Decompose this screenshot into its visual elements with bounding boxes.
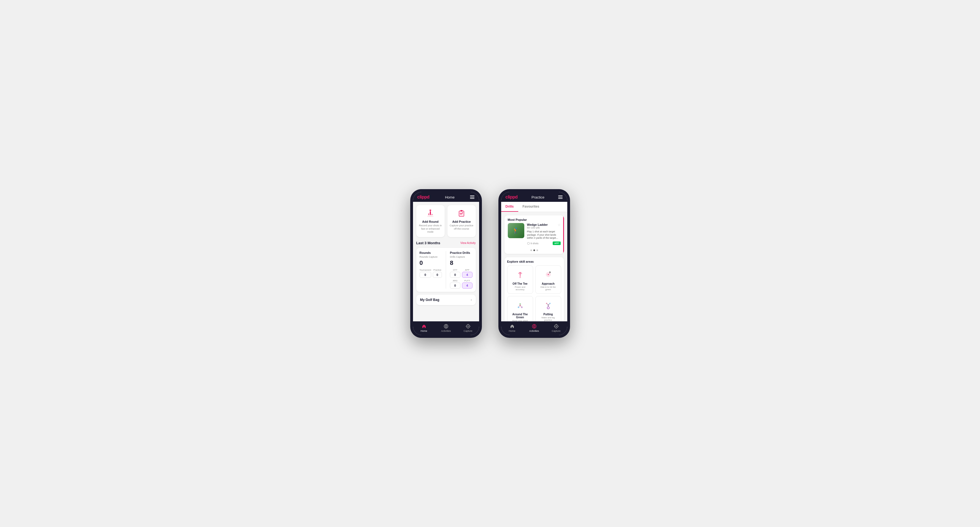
svg-rect-1 (430, 211, 431, 215)
svg-point-11 (468, 326, 469, 327)
app-stat: APP 4 (462, 269, 473, 278)
add-practice-desc: Capture your practice off-the-course (450, 224, 474, 230)
app-badge: APP (553, 241, 560, 245)
home-icon-2 (510, 324, 515, 329)
arg-stat: ARG 0 (450, 279, 460, 289)
add-round-desc: Record your shots in fast or enhanced mo… (418, 224, 442, 234)
capture-icon-2 (554, 324, 559, 329)
drill-footer: 9 shots APP (527, 241, 561, 245)
svg-rect-5 (460, 210, 463, 211)
nav-home-label-1: Home (420, 330, 427, 332)
phone2-content: Most Popular 🏌️ Wedge Ladder 50–100 yds … (501, 212, 567, 321)
arg-label: ARG (450, 279, 460, 282)
skill-card-off-the-tee[interactable]: Off The Tee Power and accuracy (507, 265, 533, 294)
rounds-col: Rounds Rounds Capture 0 Tournament 0 Pra… (420, 251, 442, 289)
nav-capture-label-1: Capture (463, 330, 472, 332)
tournament-value: 0 (420, 272, 431, 278)
skill-areas-section: Explore skill areas (504, 257, 564, 321)
practice-value: 0 (433, 272, 442, 278)
add-round-title: Add Round (418, 220, 442, 223)
phone-2: clippd Practice Drills Favourites Most P… (498, 189, 570, 338)
around-green-desc: Hone your short game (510, 319, 530, 321)
rounds-capture-label: Rounds Capture (420, 256, 442, 258)
app-value: 4 (462, 272, 473, 278)
putt-stat: PUTT 4 (462, 279, 473, 289)
skill-card-approach[interactable]: Approach Dial-in to hit the green (535, 265, 561, 294)
chevron-right-icon: › (471, 298, 472, 302)
drill-title: Wedge Ladder (527, 223, 548, 226)
rounds-title: Rounds (420, 251, 442, 254)
golf-bag-row[interactable]: My Golf Bag › (416, 295, 476, 305)
approach-name: Approach (538, 282, 558, 285)
drills-title: Practice Drills (450, 251, 473, 254)
most-popular-section: Most Popular 🏌️ Wedge Ladder 50–100 yds … (504, 215, 564, 254)
svg-rect-2 (428, 213, 429, 215)
nav-activities-1[interactable]: Activities (435, 324, 457, 332)
nav-activities-2[interactable]: Activities (523, 324, 545, 332)
nav-home-label-2: Home (509, 330, 515, 332)
phone-2-inner: clippd Practice Drills Favourites Most P… (501, 192, 567, 335)
practice-label: Practice (433, 269, 442, 271)
phone1-logo: clippd (417, 195, 430, 200)
phone2-hamburger[interactable] (558, 195, 563, 199)
skill-grid: Off The Tee Power and accuracy (507, 265, 561, 321)
drills-col: Practice Drills Drills Capture 8 OTT 0 A… (450, 251, 473, 289)
phone-1-inner: clippd Home (413, 192, 479, 335)
drill-card[interactable]: 🏌️ Wedge Ladder 50–100 yds ☆ Play 1 shot… (504, 223, 564, 248)
svg-point-28 (533, 325, 535, 327)
svg-point-13 (519, 276, 521, 278)
phone2-logo: clippd (506, 195, 518, 200)
home-icon-1 (422, 324, 426, 329)
skill-card-putting[interactable]: Putting Make and lag practice (535, 296, 561, 321)
drill-range: 50–100 yds (527, 226, 548, 229)
drills-mini-row: OTT 0 APP 4 (450, 269, 473, 278)
stats-card: Rounds Rounds Capture 0 Tournament 0 Pra… (416, 248, 476, 292)
activities-icon-2 (532, 324, 537, 329)
off-tee-icon (514, 268, 526, 281)
phone-1: clippd Home (410, 189, 482, 338)
phone2-title: Practice (531, 195, 544, 199)
rounds-total: 0 (420, 259, 442, 267)
svg-point-0 (427, 215, 434, 217)
view-activity-link[interactable]: View Activity (460, 241, 476, 244)
drill-desc: Play 1 shot at each target yardage. If y… (527, 230, 561, 240)
carousel-dots (504, 248, 564, 254)
add-round-card[interactable]: Add Round Record your shots in fast or e… (416, 205, 445, 237)
nav-capture-1[interactable]: Capture (457, 324, 479, 332)
golf-bag-label: My Golf Bag (420, 298, 439, 302)
hamburger-menu[interactable] (470, 195, 474, 199)
nav-home-1[interactable]: Home (413, 324, 435, 332)
add-round-icon (425, 208, 435, 218)
skill-card-around-green[interactable]: Around The Green Hone your short game (507, 296, 533, 321)
phone2-topbar: clippd Practice (501, 192, 567, 202)
tab-drills[interactable]: Drills (501, 202, 518, 212)
nav-capture-label-2: Capture (552, 330, 560, 332)
activities-icon-1 (444, 324, 449, 329)
dot-1[interactable] (530, 249, 532, 251)
activity-section-header: Last 3 Months View Activity (416, 241, 476, 245)
ott-stat: OTT 0 (450, 269, 460, 278)
nav-home-2[interactable]: Home (501, 324, 523, 332)
nav-activities-label-1: Activities (441, 330, 451, 332)
tab-favourites[interactable]: Favourites (518, 202, 544, 212)
rounds-mini-row: Tournament 0 Practice 0 (420, 269, 442, 278)
dot-2[interactable] (533, 249, 535, 251)
svg-point-18 (549, 271, 550, 273)
dot-3[interactable] (536, 249, 538, 251)
practice-stat: Practice 0 (433, 269, 442, 278)
drill-title-row: Wedge Ladder 50–100 yds ☆ (527, 223, 561, 230)
tournament-stat: Tournament 0 (420, 269, 431, 278)
nav-capture-2[interactable]: Capture (545, 324, 567, 332)
ott-label: OTT (450, 269, 460, 271)
drill-thumbnail: 🏌️ (508, 223, 524, 238)
approach-desc: Dial-in to hit the green (538, 286, 558, 291)
phone1-topbar: clippd Home (413, 192, 479, 202)
putting-icon (542, 299, 554, 311)
around-green-icon (514, 299, 526, 311)
phone1-bottom-nav: Home Activities (413, 321, 479, 335)
accent-bar (563, 215, 564, 254)
add-practice-title: Add Practice (450, 220, 474, 223)
drills-mini-row-2: ARG 0 PUTT 4 (450, 279, 473, 289)
add-practice-card[interactable]: Add Practice Capture your practice off-t… (447, 205, 476, 237)
star-icon[interactable]: ☆ (558, 223, 561, 227)
